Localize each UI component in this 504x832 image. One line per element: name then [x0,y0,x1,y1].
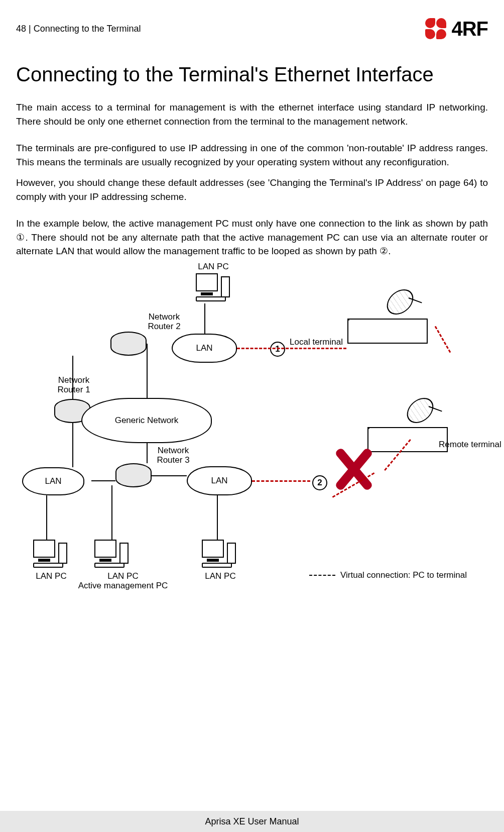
header-sep: | [29,24,34,34]
router-2-label: Network Router 2 [142,313,187,331]
page-header: 48 | Connecting to the Terminal 4RF [16,15,488,42]
page-number: 48 [16,24,26,34]
lan-cloud-mid: LAN [187,466,252,495]
network-diagram: LAN PC Network Router 2 LAN 1 Local term… [16,268,488,620]
lan-pc-bottom-right-icon [202,540,237,567]
lan-cloud-mid-label: LAN [211,476,227,486]
lan-cloud-top: LAN [172,334,237,363]
lan-pc-bottom-center-label: LAN PC Active management PC [75,572,171,590]
remote-terminal-label: Remote terminal [439,440,504,450]
path-1-bubble: 1 [270,342,285,357]
local-terminal-box [347,319,428,344]
section-title: Connecting to the Terminal's Ethernet In… [16,62,488,86]
paragraph-4: In the example below, the active managem… [16,217,488,258]
brand-petal-icon [425,18,446,39]
remote-terminal-antenna-icon [408,398,445,425]
lan-cloud-top-label: LAN [196,343,212,353]
router-3-label: Network Router 3 [151,446,196,465]
path-1-number: 1 [275,344,280,354]
local-terminal-label: Local terminal [286,338,346,347]
page: 48 | Connecting to the Terminal 4RF Conn… [0,0,504,832]
router-2-icon [110,332,147,356]
lan-pc-bottom-left-icon [33,540,68,567]
legend-virtual-label: Virtual connection: PC to terminal [340,571,486,580]
brand-name: 4RF [451,18,488,40]
lan-cloud-left-label: LAN [45,476,61,486]
legend-dash-icon [309,575,335,576]
paragraph-1: The main access to a terminal for manage… [16,100,488,128]
footer-text: Aprisa XE User Manual [205,816,299,827]
path-2-number: 2 [317,478,322,488]
local-terminal-antenna-icon [388,289,425,317]
lan-pc-bottom-right-label: LAN PC [198,572,243,581]
lan-pc-top-icon [196,273,231,300]
brand-logo: 4RF [425,18,488,40]
header-section: Connecting to the Terminal [34,24,141,34]
router-1-label: Network Router 1 [51,376,96,394]
paragraph-2: The terminals are pre-configured to use … [16,141,488,169]
paragraph-3: However, you should change these default… [16,176,488,203]
lan-cloud-left: LAN [22,467,84,495]
generic-network-cloud: Generic Network [81,398,212,443]
router-3-icon [115,463,152,487]
generic-network-label: Generic Network [115,415,179,426]
header-page-section: 48 | Connecting to the Terminal [16,24,141,34]
footer-bar: Aprisa XE User Manual [0,811,504,832]
lan-pc-bottom-left-label: LAN PC [31,572,71,581]
lan-pc-top-label: LAN PC [191,262,236,272]
remote-terminal-box [367,427,448,452]
path-2-bubble: 2 [312,475,327,490]
lan-pc-bottom-center-icon [94,540,130,567]
